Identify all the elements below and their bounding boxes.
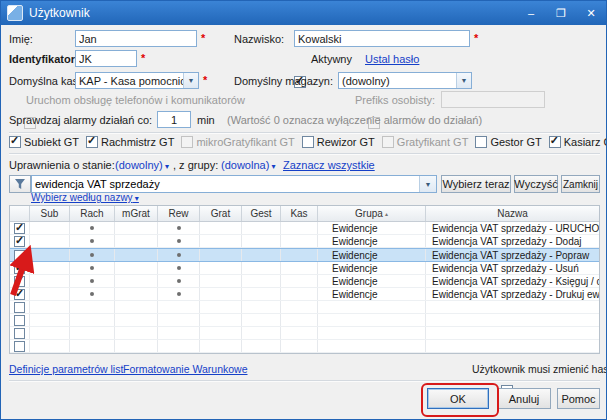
checkbox-icon[interactable]: [302, 136, 314, 148]
cell-nazwa: [426, 353, 599, 354]
module-dot-icon: [177, 253, 181, 257]
table-row[interactable]: EwidencjeEwidencja VAT sprzedaży - Usuń: [10, 262, 599, 275]
row-checkbox[interactable]: [14, 289, 25, 300]
module-cell: [158, 301, 200, 313]
search-input[interactable]: [32, 178, 419, 190]
module-cell: [281, 249, 318, 261]
module-cell: [200, 222, 242, 234]
column-header-rach[interactable]: Rach: [70, 206, 115, 221]
identifier-input[interactable]: [75, 50, 137, 67]
module-label: Gratyfikant GT: [397, 136, 469, 148]
first-name-label: Imię:: [9, 33, 33, 45]
row-checkbox[interactable]: [14, 328, 25, 339]
window-title: Użytkownik: [29, 6, 516, 20]
column-header-rew[interactable]: Rew: [158, 206, 200, 221]
row-checkbox[interactable]: [14, 236, 25, 247]
module-cell: [281, 327, 318, 339]
alarms-interval-input[interactable]: [157, 111, 191, 128]
row-checkbox-cell: [10, 249, 30, 261]
search-combobox[interactable]: ▼: [31, 175, 437, 193]
column-header-nazwa[interactable]: Nazwa: [426, 206, 599, 221]
filter-button[interactable]: [9, 175, 31, 193]
module-dot-icon: [177, 239, 181, 243]
table-row[interactable]: [10, 301, 599, 314]
column-header-gest[interactable]: Gest: [242, 206, 281, 221]
row-checkbox[interactable]: [14, 302, 25, 313]
module-checkbox-item[interactable]: Subiekt GT: [9, 136, 79, 148]
module-checkbox-item[interactable]: Rachmistrz GT: [86, 136, 174, 148]
table-body: EwidencjeEwidencja VAT sprzedaży - URUCH…: [10, 222, 599, 354]
checkbox-icon[interactable]: [549, 136, 561, 148]
list-parameters-link[interactable]: Definicje parametrów list: [9, 363, 123, 375]
table-row[interactable]: EwidencjeEwidencja VAT sprzedaży - URUCH…: [10, 222, 599, 235]
table-row[interactable]: [10, 314, 599, 327]
cancel-button[interactable]: Anuluj: [497, 388, 551, 409]
cell-nazwa: Ewidencja VAT sprzedaży - URUCHOM MODU: [426, 222, 599, 234]
module-cell: [200, 353, 242, 354]
column-header-grat[interactable]: Grat: [200, 206, 242, 221]
column-header-checkbox: [10, 206, 30, 221]
column-header-mgrat[interactable]: mGrat: [115, 206, 158, 221]
table-row[interactable]: EwidencjeEwidencja VAT sprzedaży - Druku…: [10, 288, 599, 301]
row-checkbox[interactable]: [14, 341, 25, 352]
module-dot-icon: [177, 292, 181, 296]
table-row[interactable]: [10, 327, 599, 340]
set-password-link[interactable]: Ustal hasło: [365, 53, 419, 65]
module-label: Rewizor GT: [317, 136, 375, 148]
module-checkbox-item[interactable]: Gestor GT: [475, 136, 541, 148]
table-row[interactable]: EwidencjeEwidencja VAT sprzedaży - Dodaj: [10, 235, 599, 248]
row-checkbox-cell: [10, 235, 30, 247]
module-cell: [70, 222, 115, 234]
module-cell: [200, 275, 242, 287]
checkbox-icon[interactable]: [9, 136, 21, 148]
cell-nazwa: Ewidencja VAT sprzedaży - Dodaj: [426, 235, 599, 247]
first-name-input[interactable]: [75, 30, 197, 47]
table-row[interactable]: EwidencjeEwidencja VAT sprzedaży - Popra…: [10, 248, 599, 262]
module-cell: [200, 235, 242, 247]
clear-button[interactable]: Wyczyść: [514, 175, 558, 193]
maximize-button[interactable]: ❐: [546, 1, 576, 25]
default-cash-select[interactable]: KAP - Kasa pomocnicza ▼: [75, 72, 199, 89]
select-now-button[interactable]: Wybierz teraz: [441, 175, 511, 193]
permission-group-dropdown[interactable]: (dowolna): [221, 159, 276, 171]
module-cell: [158, 353, 200, 354]
select-by-name-link[interactable]: Wybierz według nazwy: [31, 192, 139, 203]
module-checkbox-item: mikroGratyfikant GT: [181, 136, 294, 148]
table-row[interactable]: [10, 340, 599, 353]
row-checkbox[interactable]: [14, 263, 25, 274]
module-dot-icon: [177, 279, 181, 283]
default-warehouse-select[interactable]: (dowolny) ▼: [338, 72, 472, 89]
row-checkbox[interactable]: [14, 354, 25, 355]
minimize-button[interactable]: –: [516, 1, 546, 25]
row-checkbox[interactable]: [14, 223, 25, 234]
alarms-unit-label: min: [197, 114, 215, 126]
permission-state-dropdown[interactable]: (dowolny): [115, 159, 169, 171]
cell-grupa: [318, 327, 426, 339]
checkbox-icon[interactable]: [475, 136, 487, 148]
column-header-grupa[interactable]: Grupa▴: [318, 206, 426, 221]
table-row[interactable]: EwidencjeEwidencja VAT sprzedaży - Księg…: [10, 275, 599, 288]
module-dot-icon: [90, 239, 94, 243]
select-all-link[interactable]: Zaznacz wszystkie: [283, 159, 375, 171]
help-button[interactable]: Pomoc: [557, 388, 600, 409]
user-dialog: Użytkownik – ❐ ✕ Imię: * Nazwisko: * Ide…: [0, 0, 607, 420]
table-row[interactable]: [10, 353, 599, 354]
divider: [9, 153, 600, 155]
module-cell: [281, 235, 318, 247]
title-bar: Użytkownik – ❐ ✕: [1, 1, 606, 25]
checkbox-icon[interactable]: [86, 136, 98, 148]
module-cell: [200, 288, 242, 300]
close-button[interactable]: ✕: [576, 1, 606, 25]
conditional-formatting-link[interactable]: Formatowanie Warunkowe: [123, 363, 248, 375]
column-header-sub[interactable]: Sub: [30, 206, 70, 221]
row-checkbox[interactable]: [14, 276, 25, 287]
module-checkbox-item[interactable]: Rewizor GT: [302, 136, 375, 148]
row-checkbox[interactable]: [14, 315, 25, 326]
row-checkbox[interactable]: [14, 250, 25, 261]
ok-button[interactable]: OK: [427, 388, 489, 409]
last-name-input[interactable]: [294, 30, 470, 47]
cell-grupa: [318, 340, 426, 352]
column-header-kas[interactable]: Kas: [281, 206, 318, 221]
module-checkbox-item[interactable]: Kasiarz GT: [549, 136, 607, 148]
close-filter-button[interactable]: Zamknij: [561, 175, 600, 193]
